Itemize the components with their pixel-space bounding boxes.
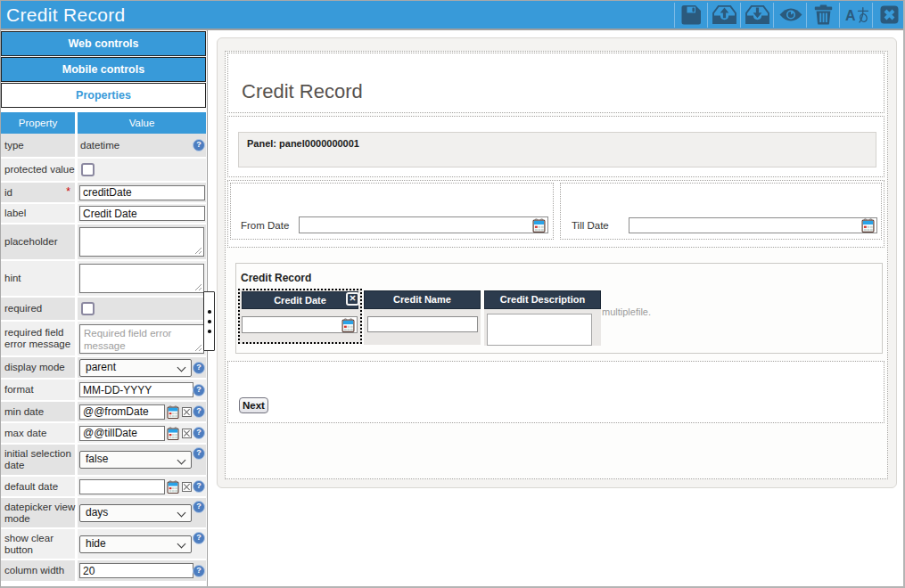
svg-text:A: A — [845, 8, 856, 23]
